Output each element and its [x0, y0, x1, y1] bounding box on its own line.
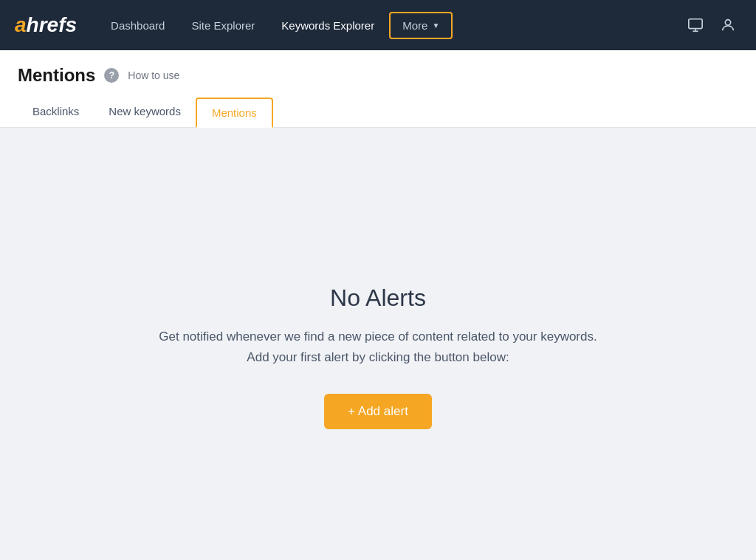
- page-title: Mentions: [18, 65, 95, 86]
- chevron-down-icon: ▼: [432, 21, 439, 30]
- monitor-icon-button[interactable]: [682, 12, 709, 38]
- no-alerts-title: No Alerts: [330, 284, 426, 312]
- navbar: ahrefs Dashboard Site Explorer Keywords …: [0, 0, 756, 50]
- svg-rect-0: [689, 19, 702, 29]
- page-header: Mentions ? How to use Backlinks New keyw…: [0, 50, 756, 128]
- main-content: No Alerts Get notified whenever we find …: [0, 128, 756, 560]
- monitor-icon: [687, 17, 704, 33]
- tabs: Backlinks New keywords Mentions: [18, 98, 738, 127]
- tab-backlinks[interactable]: Backlinks: [18, 98, 94, 128]
- user-icon-button[interactable]: [715, 12, 741, 38]
- page-title-row: Mentions ? How to use: [18, 65, 738, 86]
- logo-a: a: [15, 13, 27, 37]
- nav-dashboard[interactable]: Dashboard: [99, 13, 176, 38]
- add-alert-button[interactable]: + Add alert: [324, 394, 432, 429]
- user-icon: [720, 17, 736, 33]
- svg-point-3: [725, 20, 730, 25]
- no-alerts-description: Get notified whenever we find a new piec…: [159, 327, 597, 366]
- nav-icon-group: [682, 12, 741, 38]
- help-icon[interactable]: ?: [104, 68, 119, 83]
- nav-site-explorer[interactable]: Site Explorer: [179, 13, 267, 38]
- nav-links: Dashboard Site Explorer Keywords Explore…: [99, 12, 670, 39]
- nav-more-button[interactable]: More ▼: [389, 12, 453, 39]
- nav-keywords-explorer[interactable]: Keywords Explorer: [269, 13, 386, 38]
- logo-hrefs: hrefs: [27, 13, 77, 37]
- how-to-use-link[interactable]: How to use: [128, 69, 179, 81]
- tab-new-keywords[interactable]: New keywords: [94, 98, 196, 128]
- logo[interactable]: ahrefs: [15, 13, 77, 37]
- tab-mentions[interactable]: Mentions: [196, 98, 273, 128]
